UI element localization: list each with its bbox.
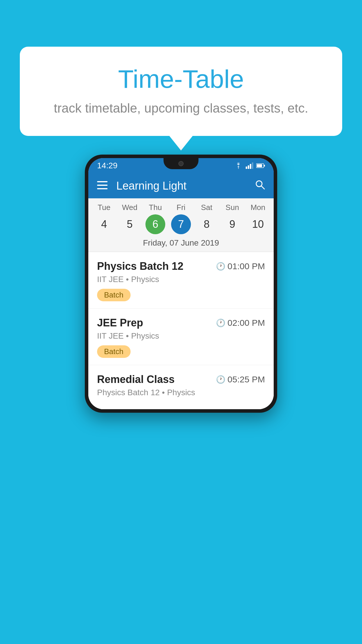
selected-date-label: Friday, 07 June 2019: [88, 234, 274, 252]
schedule-list: Physics Batch 12🕐01:00 PMIIT JEE • Physi…: [88, 252, 274, 409]
bubble-title: Time-Table: [43, 64, 319, 94]
clock-icon: 🕐: [216, 262, 225, 271]
day-col-tue[interactable]: Tue4: [92, 203, 116, 234]
bubble-subtitle: track timetable, upcoming classes, tests…: [43, 101, 319, 116]
speech-bubble: Time-Table track timetable, upcoming cla…: [20, 47, 342, 136]
day-number[interactable]: 10: [248, 214, 268, 234]
phone-top-area: 14:29: [88, 158, 274, 173]
battery-icon: [256, 163, 265, 168]
svg-rect-1: [248, 165, 249, 169]
svg-rect-6: [257, 164, 262, 167]
day-number[interactable]: 7: [171, 214, 191, 234]
schedule-item-title: JEE Prep: [97, 317, 143, 329]
schedule-item-title: Physics Batch 12: [97, 260, 183, 272]
days-row: Tue4Wed5Thu6Fri7Sat8Sun9Mon10: [88, 203, 274, 234]
schedule-item[interactable]: Physics Batch 12🕐01:00 PMIIT JEE • Physi…: [88, 252, 274, 309]
day-name: Thu: [149, 203, 162, 212]
schedule-item-subtitle: Physics Batch 12 • Physics: [97, 388, 265, 397]
svg-rect-2: [250, 164, 251, 169]
clock-icon: 🕐: [216, 375, 225, 384]
schedule-item-title: Remedial Class: [97, 373, 175, 386]
day-col-mon[interactable]: Mon10: [246, 203, 270, 234]
day-number[interactable]: 9: [222, 214, 242, 234]
svg-rect-0: [246, 167, 247, 169]
bubble-arrow: [169, 136, 193, 150]
day-name: Sat: [201, 203, 212, 212]
day-number[interactable]: 4: [94, 214, 114, 234]
day-name: Fri: [177, 203, 185, 212]
svg-rect-8: [97, 185, 108, 186]
day-number[interactable]: 5: [120, 214, 140, 234]
svg-rect-7: [97, 181, 108, 182]
clock-icon: 🕐: [216, 318, 225, 328]
phone-frame: 14:29: [85, 155, 277, 413]
status-icons: [234, 162, 265, 169]
day-col-sun[interactable]: Sun9: [221, 203, 244, 234]
batch-badge: Batch: [97, 345, 131, 358]
search-icon[interactable]: [255, 180, 265, 192]
schedule-item-time: 🕐05:25 PM: [216, 374, 265, 384]
schedule-item-header: Physics Batch 12🕐01:00 PM: [97, 260, 265, 272]
schedule-item-header: Remedial Class🕐05:25 PM: [97, 373, 265, 386]
wifi-icon: [234, 162, 243, 169]
schedule-item[interactable]: Remedial Class🕐05:25 PMPhysics Batch 12 …: [88, 365, 274, 409]
speech-bubble-section: Time-Table track timetable, upcoming cla…: [20, 47, 342, 150]
day-number[interactable]: 8: [197, 214, 217, 234]
day-name: Wed: [122, 203, 138, 212]
day-name: Tue: [98, 203, 110, 212]
calendar-week: Tue4Wed5Thu6Fri7Sat8Sun9Mon10 Friday, 07…: [88, 198, 274, 252]
phone-mockup: 14:29: [85, 155, 277, 413]
day-name: Sun: [226, 203, 239, 212]
hamburger-icon[interactable]: [97, 180, 108, 192]
day-name: Mon: [251, 203, 266, 212]
svg-rect-5: [264, 165, 265, 167]
svg-rect-3: [252, 162, 253, 169]
schedule-item[interactable]: JEE Prep🕐02:00 PMIIT JEE • PhysicsBatch: [88, 309, 274, 365]
day-col-thu[interactable]: Thu6: [144, 203, 167, 234]
svg-rect-9: [97, 188, 108, 189]
app-bar-title: Learning Light: [116, 180, 255, 192]
schedule-item-time: 🕐02:00 PM: [216, 318, 265, 328]
day-col-fri[interactable]: Fri7: [169, 203, 193, 234]
status-time: 14:29: [97, 161, 117, 170]
schedule-item-subtitle: IIT JEE • Physics: [97, 331, 265, 341]
svg-line-11: [261, 186, 264, 189]
phone-notch: [164, 158, 198, 169]
day-number[interactable]: 6: [145, 214, 165, 234]
day-col-sat[interactable]: Sat8: [195, 203, 218, 234]
signal-icon: [246, 162, 253, 169]
app-bar: Learning Light: [88, 173, 274, 198]
phone-screen: 14:29: [88, 158, 274, 409]
day-col-wed[interactable]: Wed5: [118, 203, 141, 234]
batch-badge: Batch: [97, 289, 131, 301]
schedule-item-subtitle: IIT JEE • Physics: [97, 275, 265, 284]
camera-dot: [178, 161, 184, 166]
schedule-item-time: 🕐01:00 PM: [216, 261, 265, 271]
schedule-item-header: JEE Prep🕐02:00 PM: [97, 317, 265, 329]
